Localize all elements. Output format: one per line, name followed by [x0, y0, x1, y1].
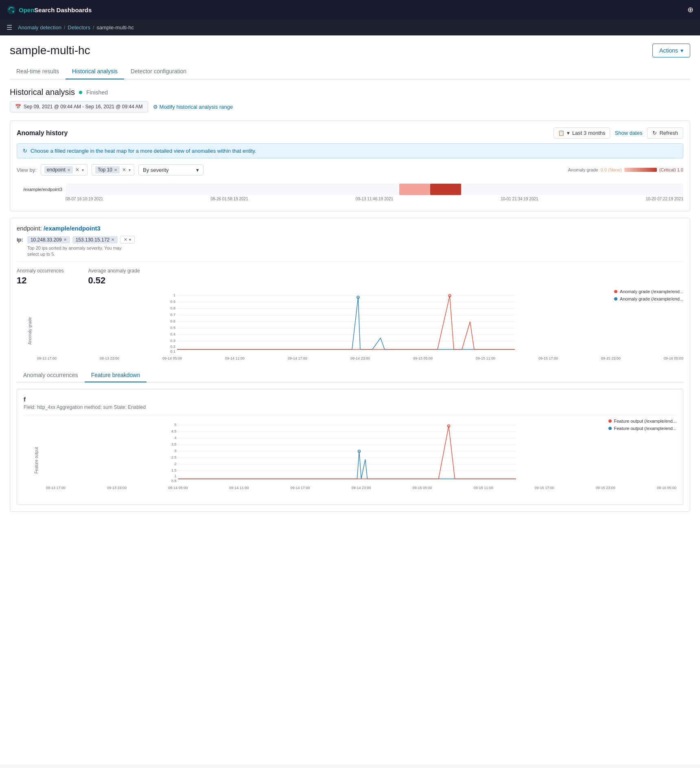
feature-chart-legend: Feature output (/example/end... Feature … — [608, 419, 676, 431]
ip-row: ip: 10.248.33.209 ✕ 153.130.15.172 ✕ ✕ ▾ — [17, 236, 683, 258]
feature-divider — [24, 415, 676, 415]
heatmap-cell-red[interactable] — [430, 184, 461, 195]
time-selector[interactable]: 📋 ▾ Last 3 months — [553, 127, 610, 138]
heatmap-label: /example/endpoint3 — [17, 187, 66, 192]
top-navbar: OpenSearch Dashboards ⊕ — [0, 0, 700, 20]
page-title: sample-multi-hc — [10, 44, 90, 57]
heatmap-cell-pink[interactable] — [399, 184, 430, 195]
svg-text:0.9: 0.9 — [170, 300, 175, 304]
severity-select[interactable]: By severity ▾ — [138, 165, 203, 176]
feature-legend-item-blue: Feature output (/example/end... — [608, 426, 676, 431]
svg-text:0.5: 0.5 — [170, 326, 175, 330]
top10-clear[interactable]: ✕ — [122, 167, 126, 173]
main-tabs: Real-time results Historical analysis De… — [10, 64, 690, 79]
status-label: Finished — [86, 89, 108, 96]
svg-text:5: 5 — [174, 423, 176, 427]
view-by: View by: endpoint ✕ ✕ ▾ Top 10 ✕ ✕ ▾ By … — [17, 164, 683, 176]
tab-feature-breakdown[interactable]: Feature breakdown — [85, 369, 147, 382]
svg-text:1: 1 — [173, 293, 175, 297]
heatmap-xaxis: 08-07 16:10:19 2021 08-26 01:58:19 2021 … — [17, 197, 683, 201]
svg-text:2: 2 — [174, 462, 176, 466]
page-header: sample-multi-hc Actions ▾ — [10, 44, 690, 57]
svg-text:0.5: 0.5 — [171, 479, 177, 483]
svg-text:1.5: 1.5 — [171, 468, 177, 472]
ip-tags: 10.248.33.209 ✕ 153.130.15.172 ✕ ✕ ▾ — [27, 236, 135, 244]
section-title: Historical analysis Finished — [10, 88, 690, 97]
svg-text:1: 1 — [174, 474, 176, 478]
svg-text:0.6: 0.6 — [170, 319, 175, 323]
anomaly-chart-container: Anomaly grade 1 0.9 0.8 0.7 0.6 0.5 0. — [17, 289, 683, 369]
tab-anomaly-occurrences[interactable]: Anomaly occurrences — [17, 369, 85, 382]
svg-point-0 — [7, 6, 16, 14]
date-range-button[interactable]: 📅 Sep 09, 2021 @ 09:44 AM - Sep 16, 2021… — [10, 101, 148, 112]
tab-detector-config[interactable]: Detector configuration — [124, 64, 193, 79]
info-bar: ↻ Choose a filled rectangle in the heat … — [17, 143, 683, 158]
tab-real-time[interactable]: Real-time results — [10, 64, 66, 79]
anomaly-x-axis: 09-13 17:00 09-13 23:00 09-14 05:00 09-1… — [37, 356, 683, 360]
divider — [17, 261, 683, 261]
opensearch-logo: OpenSearch Dashboards — [7, 5, 92, 15]
endpoint-title: endpoint: /example/endpoint3 — [17, 225, 683, 232]
breadcrumb-detectors[interactable]: Detectors — [68, 24, 90, 31]
main-content: sample-multi-hc Actions ▾ Real-time resu… — [0, 35, 700, 764]
breadcrumb-bar: ☰ Anomaly detection / Detectors / sample… — [0, 20, 700, 35]
anomaly-chart-legend: Anomaly grade (/example/end... Anomaly g… — [614, 289, 683, 301]
endpoint-tag-input[interactable]: endpoint ✕ ✕ ▾ — [41, 164, 88, 176]
breadcrumb-anomaly-detection[interactable]: Anomaly detection — [18, 24, 61, 31]
svg-text:0.4: 0.4 — [170, 332, 175, 336]
modify-link[interactable]: ⚙ Modify historical analysis range — [153, 104, 233, 110]
ip-hint: Top 20 ips sorted by anomaly severity. Y… — [27, 245, 133, 258]
top10-tag: Top 10 ✕ — [95, 166, 120, 173]
feature-chart-container: Feature output 5 4.5 4 3.5 — [24, 419, 676, 498]
anomaly-occurrences-stat: Anomaly occurrences 12 — [17, 268, 63, 286]
feature-y-axis-label: Feature output — [34, 447, 39, 474]
hamburger-menu[interactable]: ☰ — [7, 24, 12, 31]
svg-text:2.5: 2.5 — [171, 455, 177, 459]
refresh-button[interactable]: ↻ Refresh — [647, 127, 683, 138]
feature-card: f Field: http_4xx Aggregation method: su… — [17, 389, 683, 505]
svg-text:0.2: 0.2 — [170, 345, 175, 349]
svg-text:3.5: 3.5 — [171, 442, 177, 446]
legend-item-blue: Anomaly grade (/example/end... — [614, 296, 683, 301]
date-range-bar: 📅 Sep 09, 2021 @ 09:44 AM - Sep 16, 2021… — [10, 101, 690, 112]
feature-meta: Field: http_4xx Aggregation method: sum … — [24, 404, 676, 410]
bottom-tabs: Anomaly occurrences Feature breakdown — [17, 369, 683, 382]
view-by-label: View by: — [17, 167, 37, 173]
svg-text:4: 4 — [174, 436, 176, 440]
feature-name: f — [24, 396, 676, 403]
card-header: Anomaly history 📋 ▾ Last 3 months Show d… — [17, 127, 683, 138]
historical-analysis-header: Historical analysis Finished 📅 Sep 09, 2… — [10, 88, 690, 112]
actions-button[interactable]: Actions ▾ — [652, 44, 690, 57]
anomaly-history-title: Anomaly history — [17, 129, 68, 137]
grade-gradient-bar — [624, 168, 657, 172]
ip-tag-1: 10.248.33.209 ✕ — [27, 236, 70, 244]
tab-historical[interactable]: Historical analysis — [66, 64, 124, 79]
feature-x-axis: 09-13 17:00 09-13 23:00 09-14 05:00 09-1… — [46, 486, 676, 490]
anomaly-chart-svg: 1 0.9 0.8 0.7 0.6 0.5 0.4 0.3 0.2 0.1 — [37, 289, 683, 354]
topbar-icon: ⊕ — [687, 5, 693, 14]
card-controls: 📋 ▾ Last 3 months Show dates ↻ Refresh — [553, 127, 683, 138]
svg-text:0.7: 0.7 — [170, 313, 175, 317]
svg-text:4.5: 4.5 — [171, 429, 177, 433]
breadcrumb-current: sample-multi-hc — [96, 24, 134, 31]
stats-row: Anomaly occurrences 12 Average anomaly g… — [17, 268, 683, 286]
heatmap-container: /example/endpoint3 08-07 16:10:19 2021 0… — [17, 180, 683, 204]
svg-point-1 — [12, 11, 14, 13]
avg-anomaly-grade-stat: Average anomaly grade 0.52 — [88, 268, 140, 286]
ip-tag-1-close[interactable]: ✕ — [63, 237, 67, 242]
endpoint-detail-card: endpoint: /example/endpoint3 ip: 10.248.… — [10, 218, 690, 512]
heatmap-track[interactable] — [66, 184, 683, 195]
show-dates-button[interactable]: Show dates — [615, 130, 643, 136]
anomaly-y-axis-label: Anomaly grade — [28, 317, 32, 345]
legend-item-red: Anomaly grade (/example/end... — [614, 289, 683, 294]
svg-text:0.3: 0.3 — [170, 339, 175, 343]
endpoint-clear[interactable]: ✕ — [75, 167, 79, 173]
ip-label: ip: — [17, 236, 23, 243]
feature-legend-item-red: Feature output (/example/end... — [608, 419, 676, 423]
anomaly-history-card: Anomaly history 📋 ▾ Last 3 months Show d… — [10, 121, 690, 211]
ip-tag-2: 153.130.15.172 ✕ — [72, 236, 118, 244]
grade-legend: Anomaly grade 0.0 (None) (Critical) 1.0 — [568, 167, 683, 172]
ip-tag-2-close[interactable]: ✕ — [111, 237, 114, 242]
ip-add-button[interactable]: ✕ ▾ — [120, 236, 135, 244]
top10-tag-input[interactable]: Top 10 ✕ ✕ ▾ — [92, 164, 134, 176]
